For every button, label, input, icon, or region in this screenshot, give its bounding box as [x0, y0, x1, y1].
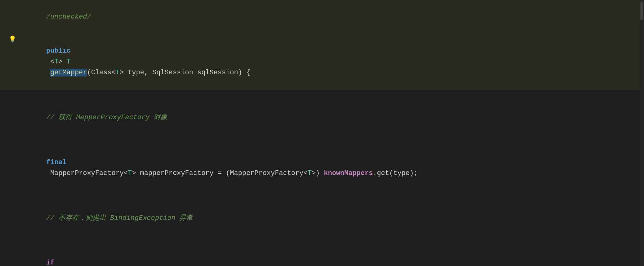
cast-type-T: T [307, 169, 311, 177]
method-signature-text: public <T> T getMapper(Class<T> type, Sq… [22, 35, 644, 89]
method-name: getMapper [50, 69, 87, 76]
annotation-text: /unchecked/ [22, 1, 644, 33]
bulb-icon: 💡 [9, 35, 16, 45]
line-final: final MapperProxyFactory<T> mapperProxyF… [0, 134, 644, 190]
keyword-public: public [46, 47, 71, 55]
line-gutter-bulb: 💡 [6, 35, 19, 45]
known-mappers: knownMappers [324, 169, 373, 177]
factory-type-T: T [128, 169, 132, 177]
line-annotation: /unchecked/ [0, 0, 644, 34]
type-param-T: T [54, 58, 58, 66]
line-comment1: // 获得 MapperProxyFactory 对象 [0, 90, 644, 135]
code-editor: /unchecked/ 💡 public <T> T getMapper(Cla… [0, 0, 644, 266]
unchecked-annotation: /unchecked/ [46, 13, 91, 21]
factory-type: MapperProxyFactory< [46, 169, 128, 177]
params2: > type, SqlSession sqlSession) { [120, 69, 250, 76]
line-method-signature: 💡 public <T> T getMapper(Class<T> type, … [0, 34, 644, 90]
line-comment2: // 不存在，则抛出 BindingException 异常 [0, 190, 644, 235]
factory-assign: >) [311, 169, 324, 177]
comment1-text: // 获得 MapperProxyFactory 对象 [22, 90, 644, 134]
class-type-T: T [116, 69, 120, 76]
if-line-text: if (mapperProxyFactory == null) { [22, 236, 644, 266]
keyword-if: if [46, 259, 54, 266]
line-if: if (mapperProxyFactory == null) { [0, 235, 644, 266]
comment2-text: // 不存在，则抛出 BindingException 异常 [22, 191, 644, 234]
return-type-T: T [67, 58, 71, 66]
angle-close: > [58, 58, 67, 66]
comment-get-factory: // 获得 MapperProxyFactory 对象 [46, 114, 167, 121]
get-call: .get(type); [373, 169, 418, 177]
keyword-final: final [46, 159, 67, 166]
space: < [46, 58, 54, 66]
method-name-highlight: getMapper [50, 69, 87, 76]
params: (Class< [87, 69, 115, 76]
factory-var: > mapperProxyFactory = (MapperProxyFacto… [132, 169, 307, 177]
scrollbar-thumb[interactable] [640, 2, 643, 20]
comment-notexist: // 不存在，则抛出 BindingException 异常 [46, 214, 193, 222]
final-line-text: final MapperProxyFactory<T> mapperProxyF… [22, 135, 644, 190]
scrollbar[interactable] [640, 0, 644, 266]
space2 [46, 69, 50, 76]
